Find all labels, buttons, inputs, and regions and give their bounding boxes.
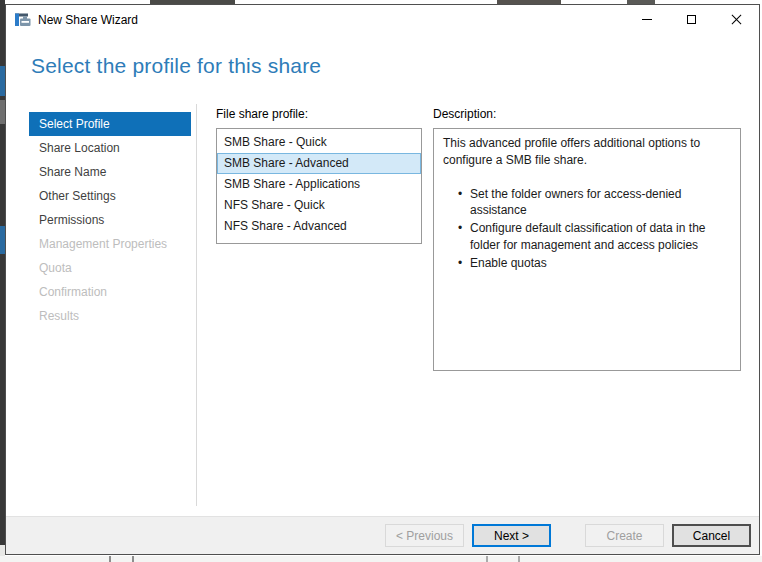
sidebar-item-select-profile[interactable]: Select Profile (29, 112, 191, 136)
list-item-smb-applications[interactable]: SMB Share - Applications (217, 174, 421, 195)
minimize-icon[interactable] (624, 5, 669, 34)
sidebar-item-quota: Quota (29, 256, 191, 280)
background-gridline (486, 556, 488, 562)
list-item-nfs-advanced[interactable]: NFS Share - Advanced (217, 216, 421, 237)
background-gridline (518, 556, 520, 562)
description-bullet: • Configure default classification of da… (458, 220, 731, 254)
profile-list-label: File share profile: (216, 107, 308, 121)
sidebar-item-other-settings[interactable]: Other Settings (29, 184, 191, 208)
sidebar-item-share-name[interactable]: Share Name (29, 160, 191, 184)
description-intro: This advanced profile offers additional … (443, 135, 731, 169)
description-box: This advanced profile offers additional … (433, 128, 741, 371)
titlebar[interactable]: New Share Wizard (6, 5, 759, 34)
list-item-smb-advanced[interactable]: SMB Share - Advanced (217, 153, 421, 174)
sidebar-item-management-properties: Management Properties (29, 232, 191, 256)
description-bullet-list: • Set the folder owners for access-denie… (443, 186, 731, 272)
server-manager-toolbox-icon (15, 12, 31, 28)
wizard-step-nav: Select Profile Share Location Share Name… (29, 112, 191, 328)
maximize-icon[interactable] (669, 5, 714, 34)
sidebar-item-permissions[interactable]: Permissions (29, 208, 191, 232)
window-title: New Share Wizard (38, 13, 138, 27)
caption-buttons (624, 5, 759, 34)
description-label: Description: (433, 107, 496, 121)
sidebar-item-share-location[interactable]: Share Location (29, 136, 191, 160)
list-item-smb-quick[interactable]: SMB Share - Quick (217, 132, 421, 153)
wizard-footer: < Previous Next > Create Cancel (6, 516, 759, 554)
close-icon[interactable] (714, 5, 759, 34)
list-item-nfs-quick[interactable]: NFS Share - Quick (217, 195, 421, 216)
background-gridline (109, 556, 111, 562)
background-window-bottom-sliver (0, 556, 762, 562)
background-gridline (132, 556, 134, 562)
sidebar-divider (196, 104, 197, 506)
sidebar-item-results: Results (29, 304, 191, 328)
create-button: Create (585, 524, 664, 547)
cancel-button[interactable]: Cancel (672, 524, 751, 547)
previous-button: < Previous (385, 524, 464, 547)
next-button[interactable]: Next > (472, 524, 551, 547)
file-share-profile-listbox[interactable]: SMB Share - Quick SMB Share - Advanced S… (216, 128, 422, 244)
new-share-wizard-dialog: New Share Wizard Select the profile for … (5, 4, 760, 555)
description-bullet: • Set the folder owners for access-denie… (458, 186, 731, 220)
page-title: Select the profile for this share (31, 54, 321, 78)
sidebar-item-confirmation: Confirmation (29, 280, 191, 304)
description-bullet: • Enable quotas (458, 255, 731, 272)
